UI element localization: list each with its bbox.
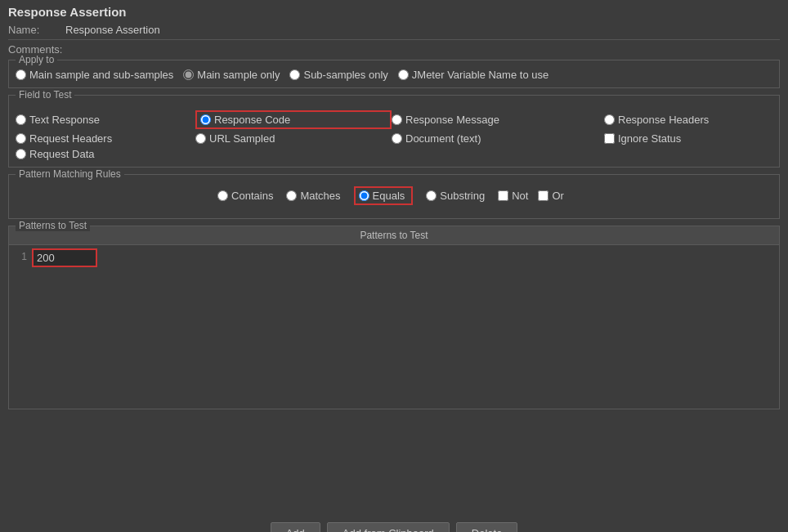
pm-substring-option[interactable]: Substring — [426, 190, 485, 202]
field-row-1: Text Response Response Code Response Mes… — [16, 107, 772, 129]
ftt-message-option[interactable]: Response Message — [392, 114, 594, 126]
ftt-document-option[interactable]: Document (text) — [392, 132, 594, 145]
apply-to-options: Main sample and sub-samples Main sample … — [16, 65, 772, 81]
ftt-code-label: Response Code — [214, 114, 290, 126]
name-label: Name: — [8, 24, 65, 36]
bottom-buttons: Add Add from Clipboard Delete — [8, 522, 780, 532]
apply-main-sub-option[interactable]: Main sample and sub-samples — [16, 69, 173, 81]
pm-not-option[interactable]: Not — [498, 190, 528, 202]
patterns-to-test-body: 1 200 — [9, 245, 779, 409]
pm-contains-option[interactable]: Contains — [217, 190, 273, 202]
delete-button[interactable]: Delete — [456, 522, 518, 532]
apply-to-legend: Apply to — [16, 54, 57, 65]
apply-sub-label: Sub-samples only — [303, 69, 387, 81]
name-value: Response Assertion — [65, 24, 160, 36]
apply-jmeter-label: JMeter Variable Name to use — [412, 69, 548, 81]
spacer — [8, 416, 780, 514]
ftt-headers-option[interactable]: Response Headers — [604, 114, 763, 126]
field-row-2: Request Headers URL Sampled Document (te… — [16, 129, 772, 145]
apply-main-sub-label: Main sample and sub-samples — [29, 69, 173, 81]
ftt-code-highlight: Response Code — [195, 110, 392, 129]
patterns-to-test-header: Patterns to Test — [9, 226, 779, 245]
ftt-req-headers-option[interactable]: Request Headers — [16, 132, 186, 145]
pm-contains-label: Contains — [231, 190, 273, 202]
row-number-1: 1 — [12, 248, 32, 262]
pm-equals-highlight: Equals — [354, 186, 414, 205]
field-row-3: Request Data — [16, 145, 772, 160]
panel-title: Response Assertion — [8, 5, 780, 19]
ftt-url-label: URL Sampled — [209, 132, 275, 145]
add-button[interactable]: Add — [271, 522, 320, 532]
add-from-clipboard-button[interactable]: Add from Clipboard — [327, 522, 450, 532]
ftt-text-option[interactable]: Text Response — [16, 114, 186, 126]
pm-equals-label: Equals — [373, 190, 405, 202]
apply-main-option[interactable]: Main sample only — [183, 69, 280, 81]
apply-jmeter-option[interactable]: JMeter Variable Name to use — [398, 69, 548, 81]
pm-or-option[interactable]: Or — [538, 190, 563, 202]
comments-row: Comments: — [8, 43, 780, 56]
ftt-req-data-option[interactable]: Request Data — [16, 148, 763, 160]
pm-substring-label: Substring — [440, 190, 485, 202]
pm-or-label: Or — [552, 190, 563, 202]
name-row: Name: Response Assertion — [8, 24, 780, 40]
ftt-ignore-label: Ignore Status — [618, 132, 681, 145]
ftt-message-label: Response Message — [405, 114, 499, 126]
field-to-test-section: Field to Test Text Response Response Cod… — [8, 95, 780, 168]
apply-sub-option[interactable]: Sub-samples only — [289, 69, 387, 81]
patterns-to-test-legend: Patterns to Test — [16, 220, 90, 231]
ftt-text-label: Text Response — [29, 114, 100, 126]
pm-not-label: Not — [512, 190, 528, 202]
ftt-document-label: Document (text) — [405, 132, 481, 145]
pattern-matching-section: Pattern Matching Rules Contains Matches … — [8, 174, 780, 219]
pattern-cell-1[interactable]: 200 — [32, 248, 97, 267]
ftt-url-option[interactable]: URL Sampled — [195, 132, 382, 145]
pattern-matching-legend: Pattern Matching Rules — [16, 168, 124, 180]
pattern-matching-options: Contains Matches Equals Substring Not — [16, 180, 772, 212]
pm-matches-label: Matches — [300, 190, 340, 202]
ftt-ignore-option[interactable]: Ignore Status — [604, 132, 766, 145]
ftt-req-data-label: Request Data — [29, 148, 95, 160]
ftt-headers-label: Response Headers — [618, 114, 709, 126]
field-to-test-inner: Text Response Response Code Response Mes… — [16, 101, 772, 160]
pm-matches-option[interactable]: Matches — [286, 190, 340, 202]
patterns-to-test-section: Patterns to Test Patterns to Test 1 200 — [8, 226, 780, 409]
apply-to-section: Apply to Main sample and sub-samples Mai… — [8, 60, 780, 88]
apply-main-label: Main sample only — [197, 69, 280, 81]
field-to-test-legend: Field to Test — [16, 89, 74, 101]
ftt-req-headers-label: Request Headers — [29, 132, 112, 145]
